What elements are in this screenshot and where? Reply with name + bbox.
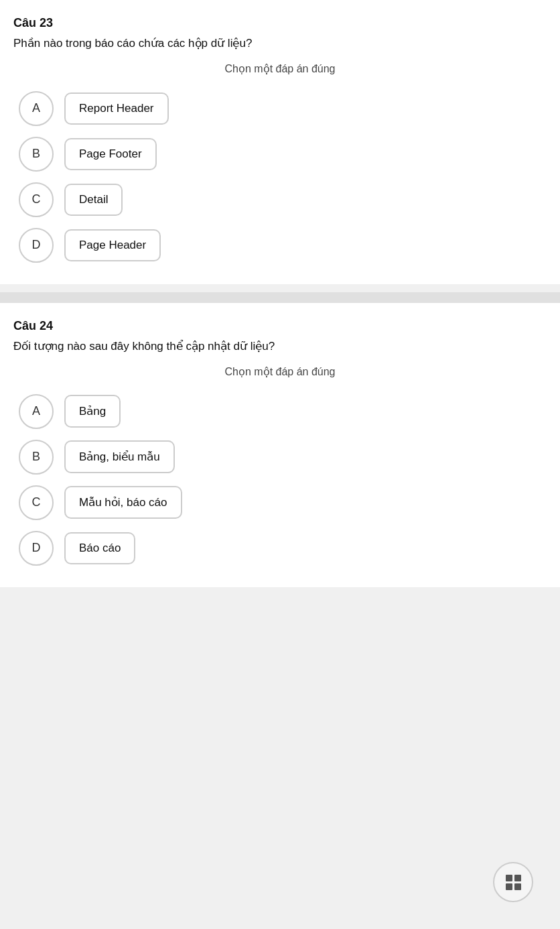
option-24-d-label: Báo cáo xyxy=(64,532,135,564)
option-24-c-circle: C xyxy=(19,485,54,520)
question-23-options: A Report Header B Page Footer C Detail D… xyxy=(13,91,547,263)
option-24-c-label: Mẫu hỏi, báo cáo xyxy=(64,486,182,519)
question-24-text: Đối tượng nào sau đây không thể cập nhật… xyxy=(13,338,547,355)
question-23-block: Câu 23 Phần nào trong báo cáo chứa các h… xyxy=(0,0,560,284)
option-23-c[interactable]: C Detail xyxy=(19,182,541,217)
question-24-number: Câu 24 xyxy=(13,319,547,333)
option-24-a-label: Bảng xyxy=(64,395,121,428)
option-23-d-label: Page Header xyxy=(64,229,161,261)
option-23-c-circle: C xyxy=(19,182,54,217)
option-24-b-circle: B xyxy=(19,440,54,475)
grid-cell-4 xyxy=(514,883,521,890)
question-24-instruction: Chọn một đáp án đúng xyxy=(13,365,547,378)
question-23-number: Câu 23 xyxy=(13,16,547,30)
option-23-d-circle: D xyxy=(19,228,54,263)
option-24-b-label: Bảng, biểu mẫu xyxy=(64,440,175,473)
option-23-b-label: Page Footer xyxy=(64,138,157,170)
option-23-b[interactable]: B Page Footer xyxy=(19,137,541,172)
grid-cell-1 xyxy=(506,875,512,881)
option-24-d-circle: D xyxy=(19,531,54,566)
grid-icon xyxy=(506,875,521,890)
option-23-a-label: Report Header xyxy=(64,92,169,125)
option-23-a[interactable]: A Report Header xyxy=(19,91,541,126)
option-24-c[interactable]: C Mẫu hỏi, báo cáo xyxy=(19,485,541,520)
option-24-a-circle: A xyxy=(19,394,54,429)
separator xyxy=(0,292,560,303)
question-24-block: Câu 24 Đối tượng nào sau đây không thể c… xyxy=(0,303,560,587)
grid-cell-3 xyxy=(506,883,512,890)
question-24-options: A Bảng B Bảng, biểu mẫu C Mẫu hỏi, báo c… xyxy=(13,394,547,566)
option-24-a[interactable]: A Bảng xyxy=(19,394,541,429)
grid-cell-2 xyxy=(514,875,521,881)
option-23-b-circle: B xyxy=(19,137,54,172)
option-24-d[interactable]: D Báo cáo xyxy=(19,531,541,566)
option-23-c-label: Detail xyxy=(64,184,123,216)
question-23-text: Phần nào trong báo cáo chứa các hộp dữ l… xyxy=(13,36,547,52)
question-23-instruction: Chọn một đáp án đúng xyxy=(13,62,547,75)
option-23-d[interactable]: D Page Header xyxy=(19,228,541,263)
option-24-b[interactable]: B Bảng, biểu mẫu xyxy=(19,440,541,475)
option-23-a-circle: A xyxy=(19,91,54,126)
floating-grid-button[interactable] xyxy=(493,862,533,902)
